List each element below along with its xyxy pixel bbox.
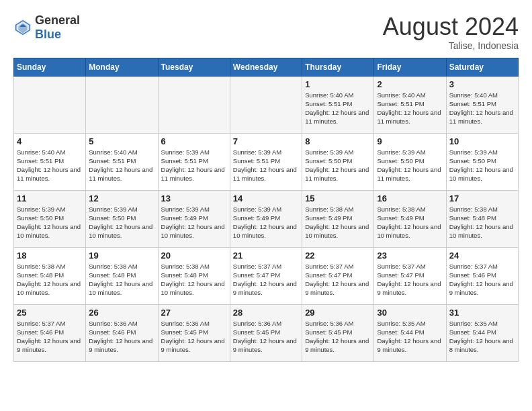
day-cell: 12Sunrise: 5:39 AMSunset: 5:50 PMDayligh… [86,190,158,247]
day-cell [158,76,230,133]
day-info: Sunrise: 5:40 AMSunset: 5:51 PMDaylight:… [377,91,443,126]
title-area: August 2024 Talise, Indonesia [383,13,519,51]
day-number: 20 [161,250,227,261]
day-info: Sunrise: 5:37 AMSunset: 5:47 PMDaylight:… [377,262,443,298]
main-title: August 2024 [383,13,519,40]
day-number: 26 [89,308,154,318]
day-number: 30 [377,308,443,318]
day-info: Sunrise: 5:39 AMSunset: 5:50 PMDaylight:… [305,148,371,183]
day-cell: 26Sunrise: 5:36 AMSunset: 5:46 PMDayligh… [86,304,158,361]
day-number: 23 [377,250,443,261]
day-cell [230,76,302,133]
day-info: Sunrise: 5:38 AMSunset: 5:48 PMDaylight:… [449,205,515,240]
day-number: 18 [17,250,83,261]
header-sunday: Sunday [14,58,86,76]
header-wednesday: Wednesday [230,58,302,76]
day-number: 3 [449,79,515,89]
day-cell: 18Sunrise: 5:38 AMSunset: 5:48 PMDayligh… [14,247,86,304]
day-cell [86,76,158,133]
subtitle: Talise, Indonesia [383,40,519,51]
day-info: Sunrise: 5:37 AMSunset: 5:46 PMDaylight:… [17,319,83,355]
day-info: Sunrise: 5:35 AMSunset: 5:44 PMDaylight:… [377,319,443,355]
day-info: Sunrise: 5:36 AMSunset: 5:45 PMDaylight:… [305,319,371,355]
day-number: 17 [449,193,515,203]
day-number: 28 [233,308,299,318]
day-info: Sunrise: 5:37 AMSunset: 5:47 PMDaylight:… [233,262,299,298]
day-cell [14,76,86,133]
day-info: Sunrise: 5:40 AMSunset: 5:51 PMDaylight:… [89,148,154,183]
week-row-5: 25Sunrise: 5:37 AMSunset: 5:46 PMDayligh… [14,304,519,361]
day-number: 4 [17,136,83,146]
day-number: 16 [377,193,443,203]
day-cell: 3Sunrise: 5:40 AMSunset: 5:51 PMDaylight… [446,76,518,133]
day-cell: 4Sunrise: 5:40 AMSunset: 5:51 PMDaylight… [14,133,86,190]
day-info: Sunrise: 5:39 AMSunset: 5:49 PMDaylight:… [233,205,299,240]
day-number: 12 [89,193,154,203]
day-cell: 11Sunrise: 5:39 AMSunset: 5:50 PMDayligh… [14,190,86,247]
day-cell: 19Sunrise: 5:38 AMSunset: 5:48 PMDayligh… [86,247,158,304]
logo-icon [13,18,32,37]
day-cell: 5Sunrise: 5:40 AMSunset: 5:51 PMDaylight… [86,133,158,190]
day-cell: 24Sunrise: 5:37 AMSunset: 5:46 PMDayligh… [446,247,518,304]
day-cell: 25Sunrise: 5:37 AMSunset: 5:46 PMDayligh… [14,304,86,361]
logo: General Blue [13,13,80,42]
week-row-3: 11Sunrise: 5:39 AMSunset: 5:50 PMDayligh… [14,190,519,247]
day-cell: 30Sunrise: 5:35 AMSunset: 5:44 PMDayligh… [374,304,446,361]
day-cell: 21Sunrise: 5:37 AMSunset: 5:47 PMDayligh… [230,247,302,304]
day-number: 31 [449,308,515,318]
day-cell: 28Sunrise: 5:36 AMSunset: 5:45 PMDayligh… [230,304,302,361]
logo-general: General [35,13,80,27]
week-row-2: 4Sunrise: 5:40 AMSunset: 5:51 PMDaylight… [14,133,519,190]
day-number: 1 [305,79,371,89]
day-cell: 17Sunrise: 5:38 AMSunset: 5:48 PMDayligh… [446,190,518,247]
day-info: Sunrise: 5:38 AMSunset: 5:49 PMDaylight:… [377,205,443,240]
day-cell: 22Sunrise: 5:37 AMSunset: 5:47 PMDayligh… [302,247,374,304]
day-number: 24 [449,250,515,261]
header-saturday: Saturday [446,58,518,76]
calendar-table: SundayMondayTuesdayWednesdayThursdayFrid… [13,58,519,362]
header-row: SundayMondayTuesdayWednesdayThursdayFrid… [14,58,519,76]
day-cell: 31Sunrise: 5:35 AMSunset: 5:44 PMDayligh… [446,304,518,361]
day-number: 14 [233,193,299,203]
day-number: 11 [17,193,83,203]
day-cell: 16Sunrise: 5:38 AMSunset: 5:49 PMDayligh… [374,190,446,247]
day-info: Sunrise: 5:40 AMSunset: 5:51 PMDaylight:… [17,148,83,183]
day-info: Sunrise: 5:39 AMSunset: 5:51 PMDaylight:… [233,148,299,183]
day-info: Sunrise: 5:36 AMSunset: 5:45 PMDaylight:… [233,319,299,355]
day-cell: 20Sunrise: 5:38 AMSunset: 5:48 PMDayligh… [158,247,230,304]
header-tuesday: Tuesday [158,58,230,76]
calendar-header: SundayMondayTuesdayWednesdayThursdayFrid… [14,58,519,76]
header-friday: Friday [374,58,446,76]
day-number: 8 [305,136,371,146]
day-number: 25 [17,308,83,318]
week-row-4: 18Sunrise: 5:38 AMSunset: 5:48 PMDayligh… [14,247,519,304]
day-info: Sunrise: 5:38 AMSunset: 5:48 PMDaylight:… [17,262,83,298]
week-row-1: 1Sunrise: 5:40 AMSunset: 5:51 PMDaylight… [14,76,519,133]
day-info: Sunrise: 5:39 AMSunset: 5:50 PMDaylight:… [17,205,83,240]
day-cell: 27Sunrise: 5:36 AMSunset: 5:45 PMDayligh… [158,304,230,361]
day-info: Sunrise: 5:38 AMSunset: 5:49 PMDaylight:… [305,205,371,240]
header-thursday: Thursday [302,58,374,76]
day-info: Sunrise: 5:36 AMSunset: 5:46 PMDaylight:… [89,319,154,355]
day-info: Sunrise: 5:38 AMSunset: 5:48 PMDaylight:… [161,262,227,298]
logo-text: General Blue [35,13,80,42]
day-info: Sunrise: 5:40 AMSunset: 5:51 PMDaylight:… [305,91,371,126]
day-cell: 6Sunrise: 5:39 AMSunset: 5:51 PMDaylight… [158,133,230,190]
day-info: Sunrise: 5:38 AMSunset: 5:48 PMDaylight:… [89,262,154,298]
day-cell: 8Sunrise: 5:39 AMSunset: 5:50 PMDaylight… [302,133,374,190]
day-info: Sunrise: 5:40 AMSunset: 5:51 PMDaylight:… [449,91,515,126]
day-info: Sunrise: 5:36 AMSunset: 5:45 PMDaylight:… [161,319,227,355]
day-info: Sunrise: 5:35 AMSunset: 5:44 PMDaylight:… [449,319,515,355]
day-info: Sunrise: 5:39 AMSunset: 5:50 PMDaylight:… [449,148,515,183]
day-number: 22 [305,250,371,261]
day-number: 21 [233,250,299,261]
day-info: Sunrise: 5:39 AMSunset: 5:49 PMDaylight:… [161,205,227,240]
day-cell: 9Sunrise: 5:39 AMSunset: 5:50 PMDaylight… [374,133,446,190]
day-cell: 29Sunrise: 5:36 AMSunset: 5:45 PMDayligh… [302,304,374,361]
day-number: 19 [89,250,154,261]
day-cell: 15Sunrise: 5:38 AMSunset: 5:49 PMDayligh… [302,190,374,247]
day-number: 15 [305,193,371,203]
day-cell: 23Sunrise: 5:37 AMSunset: 5:47 PMDayligh… [374,247,446,304]
day-cell: 7Sunrise: 5:39 AMSunset: 5:51 PMDaylight… [230,133,302,190]
logo-blue: Blue [35,28,61,41]
